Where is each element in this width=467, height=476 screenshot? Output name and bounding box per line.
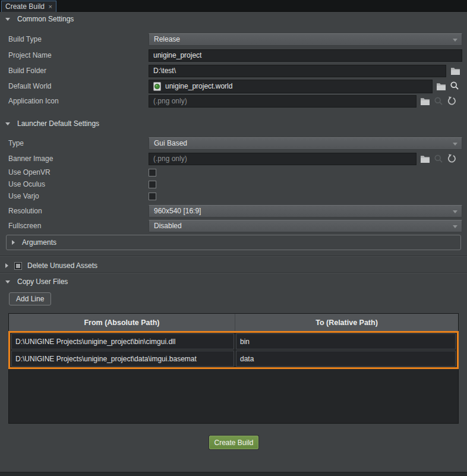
section-title: Copy User Files bbox=[17, 278, 68, 286]
section-header-copy-user-files[interactable]: Copy User Files bbox=[5, 276, 68, 288]
banner-image-placeholder: (.png only) bbox=[153, 153, 187, 165]
collapse-arrow-icon bbox=[5, 18, 10, 21]
table-header-from: From (Absolute Path) bbox=[9, 314, 235, 332]
resolution-label: Resolution bbox=[8, 205, 42, 217]
resolution-dropdown[interactable]: 960x540 [16:9] bbox=[149, 205, 462, 217]
application-icon-placeholder: (.png only) bbox=[153, 96, 187, 107]
collapse-arrow-icon bbox=[5, 122, 10, 125]
folder-icon[interactable] bbox=[450, 65, 460, 76]
project-name-label: Project Name bbox=[8, 49, 52, 62]
section-title: Common Settings bbox=[17, 15, 74, 23]
section-title: Arguments bbox=[22, 238, 56, 247]
from-path-cell[interactable]: D:\UNIGINE Projects\unigine_project\data… bbox=[11, 351, 234, 367]
selection-highlight: D:\UNIGINE Projects\unigine_project\bin\… bbox=[8, 331, 459, 369]
chevron-down-icon bbox=[453, 39, 457, 42]
build-type-dropdown[interactable]: Release bbox=[149, 33, 462, 46]
to-path-cell[interactable]: bin bbox=[236, 333, 456, 349]
collapse-arrow-icon bbox=[12, 240, 15, 245]
table-row: D:\UNIGINE Projects\unigine_project\bin\… bbox=[10, 333, 457, 350]
fullscreen-value: Disabled bbox=[154, 222, 182, 230]
banner-image-input[interactable]: (.png only) bbox=[149, 153, 416, 165]
build-folder-label: Build Folder bbox=[8, 65, 46, 77]
use-openvr-label: Use OpenVR bbox=[8, 166, 51, 179]
add-line-button[interactable]: Add Line bbox=[9, 292, 51, 305]
fullscreen-label: Fullscreen bbox=[8, 220, 41, 232]
build-type-value: Release bbox=[154, 35, 180, 43]
chevron-down-icon bbox=[453, 225, 457, 228]
build-type-label: Build Type bbox=[8, 33, 42, 46]
application-icon-input[interactable]: (.png only) bbox=[149, 95, 416, 108]
project-name-value: unigine_project bbox=[153, 50, 201, 61]
chevron-down-icon bbox=[453, 143, 457, 146]
divider bbox=[0, 272, 467, 273]
table-header-to: To (Relative Path) bbox=[235, 314, 458, 332]
tab-title: Create Build bbox=[5, 2, 45, 11]
section-header-launcher-default-settings[interactable]: Launcher Default Settings bbox=[5, 118, 99, 130]
build-folder-input[interactable]: D:\test\ bbox=[149, 65, 446, 77]
resolution-value: 960x540 [16:9] bbox=[154, 207, 201, 215]
section-title: Launcher Default Settings bbox=[17, 119, 99, 128]
folder-icon[interactable] bbox=[419, 153, 430, 164]
world-asset-icon bbox=[153, 82, 161, 91]
default-world-input[interactable]: unigine_project.world bbox=[149, 80, 433, 93]
fullscreen-dropdown[interactable]: Disabled bbox=[149, 220, 462, 232]
type-label: Type bbox=[8, 137, 24, 150]
section-header-common-settings[interactable]: Common Settings bbox=[5, 13, 74, 25]
use-oculus-label: Use Oculus bbox=[8, 178, 45, 191]
use-openvr-checkbox[interactable] bbox=[149, 169, 156, 176]
application-icon-label: Application Icon bbox=[8, 95, 59, 108]
from-path-cell[interactable]: D:\UNIGINE Projects\unigine_project\bin\… bbox=[11, 333, 234, 349]
collapse-arrow-icon bbox=[5, 280, 10, 283]
to-path-cell[interactable]: data bbox=[236, 351, 456, 367]
build-folder-value: D:\test\ bbox=[153, 65, 176, 77]
divider bbox=[0, 256, 467, 257]
section-header-arguments[interactable]: Arguments bbox=[6, 235, 461, 250]
chevron-down-icon bbox=[453, 210, 457, 213]
default-world-label: Default World bbox=[8, 80, 51, 93]
create-build-button[interactable]: Create Build bbox=[209, 436, 258, 449]
type-value: Gui Based bbox=[154, 139, 187, 147]
tab-close-icon[interactable]: × bbox=[49, 4, 52, 10]
project-name-input[interactable]: unigine_project bbox=[149, 49, 462, 62]
section-title: Delete Unused Assets bbox=[27, 261, 97, 270]
section-header-delete-unused-assets[interactable]: Delete Unused Assets bbox=[5, 260, 97, 272]
type-dropdown[interactable]: Gui Based bbox=[149, 137, 462, 150]
tab-create-build[interactable]: Create Build × bbox=[1, 1, 56, 12]
use-varjo-checkbox[interactable] bbox=[149, 193, 156, 200]
bottom-strip bbox=[0, 472, 467, 476]
search-icon[interactable] bbox=[449, 80, 460, 91]
search-icon-disabled bbox=[433, 96, 444, 106]
reset-icon[interactable] bbox=[446, 153, 457, 164]
delete-unused-assets-checkbox[interactable] bbox=[14, 262, 22, 270]
use-varjo-label: Use Varjo bbox=[8, 190, 39, 203]
default-world-value: unigine_project.world bbox=[165, 81, 232, 92]
reset-icon[interactable] bbox=[446, 96, 457, 106]
use-oculus-checkbox[interactable] bbox=[149, 181, 156, 188]
tab-bar: Create Build × bbox=[0, 0, 467, 12]
search-icon-disabled bbox=[433, 153, 444, 164]
collapse-arrow-icon bbox=[5, 263, 8, 268]
folder-icon[interactable] bbox=[419, 96, 430, 106]
table-header-row: From (Absolute Path) To (Relative Path) bbox=[9, 314, 458, 332]
table-row: D:\UNIGINE Projects\unigine_project\data… bbox=[10, 350, 457, 367]
folder-icon[interactable] bbox=[436, 81, 446, 92]
banner-image-label: Banner Image bbox=[8, 153, 53, 165]
